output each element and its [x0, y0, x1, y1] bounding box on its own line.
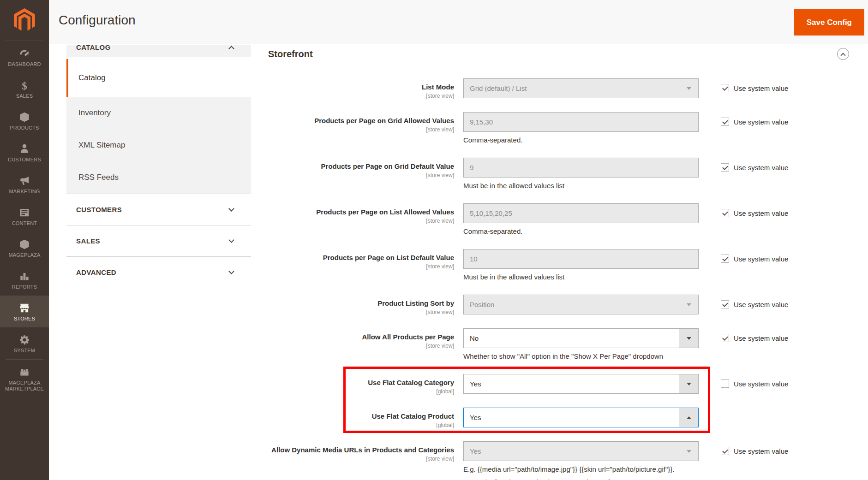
use-system-value-checkbox[interactable] — [721, 334, 729, 342]
nav-section-customers[interactable]: CUSTOMERS — [66, 194, 251, 225]
form-row: Allow Dynamic Media URLs in Products and… — [268, 441, 868, 480]
products-icon — [1, 111, 48, 123]
dropdown-arrow-button[interactable] — [679, 295, 698, 314]
sidebar-item-mageplaza[interactable]: MAGEPLAZA — [0, 232, 49, 264]
use-system-value-label: Use system value — [734, 255, 788, 263]
dropdown-arrow-button[interactable] — [679, 329, 698, 348]
page-title: Configuration — [59, 13, 136, 28]
sidebar-item-label: MARKETING — [1, 189, 48, 195]
field-note: Whether to show "All" option in the "Sho… — [463, 352, 699, 361]
use-system-value-checkbox[interactable] — [721, 163, 729, 172]
field-scope: [store view] — [268, 263, 454, 270]
dropdown-arrow-button[interactable] — [679, 79, 698, 98]
nav-section-label: CUSTOMERS — [76, 206, 122, 213]
form-row: Products per Page on List Default Value … — [268, 249, 868, 282]
flat-catalog-flagged-group: Use Flat Catalog Category [global] Yes U… — [268, 374, 868, 428]
section-title: Storefront — [268, 49, 313, 59]
field-scope: [store view] — [268, 218, 454, 224]
use-system-value-label: Use system value — [734, 209, 788, 217]
sidebar-item-customers[interactable]: CUSTOMERS — [0, 136, 49, 168]
sidebar-item-products[interactable]: PRODUCTS — [0, 105, 49, 136]
field-value: Position — [464, 295, 679, 314]
field-label: Products per Page on Grid Default Value — [268, 162, 454, 171]
field-note: Must be in the allowed values list — [463, 273, 699, 282]
use-system-value-checkbox[interactable] — [721, 84, 729, 92]
use-system-value-checkbox[interactable] — [721, 447, 729, 455]
sidebar-item-label: CONTENT — [1, 220, 48, 226]
section-collapse-button[interactable] — [837, 48, 849, 60]
save-config-button[interactable]: Save Config — [794, 9, 864, 36]
sidebar-item-label: MAGEPLAZA — [1, 252, 48, 258]
use-system-value-checkbox[interactable] — [721, 118, 729, 126]
nav-item-inventory[interactable]: Inventory — [66, 97, 251, 129]
magento-logo[interactable] — [0, 0, 49, 41]
field-scope: [global] — [268, 422, 454, 428]
storefront-settings-panel: Storefront List Mode [store view] Grid (… — [268, 44, 868, 480]
magento-logo-icon — [12, 7, 36, 33]
form-row: Allow All Products per Page [store view]… — [268, 328, 868, 361]
form-row: Use Flat Catalog Product [global] Yes — [268, 408, 868, 428]
use-system-value-label: Use system value — [734, 118, 788, 126]
field-value: 10 — [464, 249, 698, 268]
form-row: List Mode [store view] Grid (default) / … — [268, 78, 868, 99]
use-system-value-label: Use system value — [734, 334, 788, 342]
field-label: Use Flat Catalog Category — [268, 378, 454, 387]
select-dropdown[interactable]: Yes — [463, 408, 699, 427]
sales-icon: $ — [1, 79, 48, 91]
dropdown-arrow-button[interactable] — [679, 374, 698, 393]
svg-text:$: $ — [22, 80, 27, 91]
use-system-value-checkbox[interactable] — [721, 255, 729, 263]
field-scope: [store view] — [268, 456, 454, 462]
customers-icon — [1, 142, 48, 155]
use-system-value-label: Use system value — [734, 301, 788, 308]
select-dropdown[interactable]: Yes — [463, 374, 699, 394]
nav-section-sales[interactable]: SALES — [66, 225, 251, 256]
field-scope: [store view] — [268, 172, 454, 178]
sidebar-item-content[interactable]: CONTENT — [0, 200, 49, 232]
sidebar-item-sales[interactable]: $ SALES — [0, 73, 49, 105]
nav-item-rss-feeds[interactable]: RSS Feeds — [66, 161, 251, 194]
sidebar-item-label: REPORTS — [1, 284, 48, 290]
text-input: 9,15,30 — [463, 112, 699, 132]
nav-item-xml-sitemap[interactable]: XML Sitemap — [66, 129, 251, 161]
select-dropdown[interactable]: No — [463, 328, 699, 348]
config-nav-panel: CATALOG CatalogInventoryXML SitemapRSS F… — [66, 45, 251, 288]
nav-section-advanced[interactable]: ADVANCED — [66, 256, 251, 288]
field-label: Product Listing Sort by — [268, 299, 454, 308]
field-scope: [store view] — [268, 126, 454, 133]
dropdown-arrow-button[interactable] — [679, 442, 698, 461]
content-icon — [1, 206, 48, 219]
sidebar-item-label: DASHBOARD — [1, 61, 48, 67]
form-row: Product Listing Sort by [store view] Pos… — [268, 295, 868, 315]
field-label: Products per Page on List Default Value — [268, 253, 454, 262]
select-dropdown: Grid (default) / List — [463, 78, 699, 98]
field-label: List Mode — [268, 83, 454, 91]
stores-icon — [1, 302, 48, 314]
field-scope: [global] — [268, 388, 454, 395]
use-system-value-label: Use system value — [734, 84, 788, 92]
sidebar-item-stores[interactable]: STORES — [0, 296, 49, 327]
field-note: Comma-separated. — [463, 136, 699, 145]
field-label: Use Flat Catalog Product — [268, 412, 454, 421]
field-value: Yes — [464, 442, 679, 461]
nav-group-catalog[interactable]: CATALOG — [66, 45, 251, 59]
nav-item-catalog[interactable]: Catalog — [66, 59, 251, 97]
sidebar-item-dashboard[interactable]: DASHBOARD — [0, 41, 49, 73]
sidebar-item-label: CUSTOMERS — [1, 157, 48, 163]
sidebar-item-label: SYSTEM — [1, 348, 48, 354]
dropdown-arrow-button[interactable] — [679, 408, 698, 427]
sidebar-item-marketing[interactable]: MARKETING — [0, 168, 49, 200]
chevron-up-icon — [228, 46, 234, 52]
marketing-icon — [1, 174, 48, 187]
nav-group-label: CATALOG — [76, 45, 111, 51]
sidebar-item-reports[interactable]: REPORTS — [0, 264, 49, 296]
sidebar-item-system[interactable]: SYSTEM — [0, 327, 49, 359]
field-label: Products per Page on List Allowed Values — [268, 207, 454, 216]
use-system-value-checkbox[interactable] — [721, 379, 729, 388]
app-sidebar: DASHBOARD $ SALES PRODUCTS CUSTOMERS MAR… — [0, 0, 49, 480]
dropdown-arrow-icon — [687, 303, 691, 306]
use-system-value-checkbox[interactable] — [721, 300, 729, 308]
sidebar-item-mageplaza-marketplace[interactable]: MAGEPLAZA MARKETPLACE — [0, 360, 49, 397]
use-system-value-checkbox[interactable] — [721, 209, 729, 217]
use-system-value-label: Use system value — [734, 447, 788, 455]
